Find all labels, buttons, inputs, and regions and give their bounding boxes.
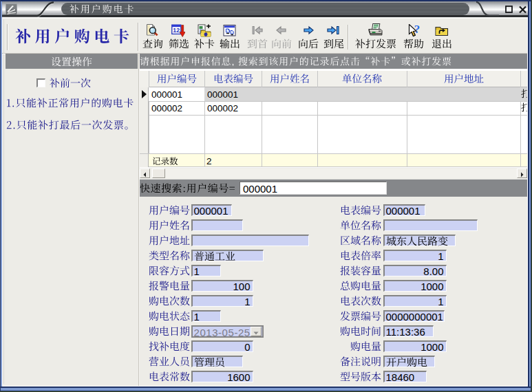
svg-text:12: 12 xyxy=(173,27,180,34)
